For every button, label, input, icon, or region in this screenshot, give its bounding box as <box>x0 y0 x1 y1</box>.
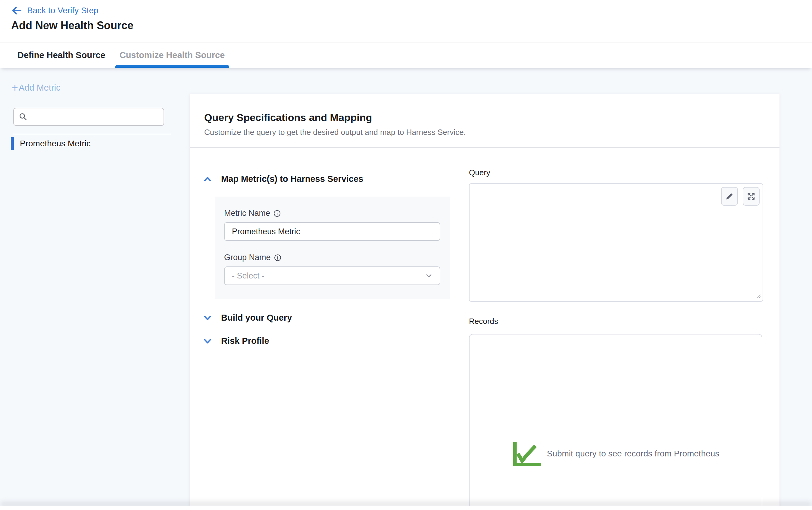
metric-item-label: Prometheus Metric <box>20 139 91 148</box>
tab-customize-health-source[interactable]: Customize Health Source <box>115 42 229 68</box>
sidebar-divider <box>13 134 171 134</box>
tab-bar: Define Health Source Customize Health So… <box>0 42 812 68</box>
group-name-label: Group Name <box>224 253 271 262</box>
content-area: + Add Metric Prometheus Metric Query Spe… <box>0 68 812 510</box>
add-metric-label: Add Metric <box>19 83 61 93</box>
expand-query-button[interactable] <box>743 187 760 206</box>
group-name-label-row: Group Name <box>224 253 450 262</box>
metric-mapping-panel: Metric Name Group Name <box>215 197 450 299</box>
resize-handle-icon[interactable] <box>755 293 761 299</box>
section-map-metrics[interactable]: Map Metric(s) to Harness Services <box>202 174 469 184</box>
group-name-select-value: - Select - <box>232 271 264 280</box>
mapping-column: Map Metric(s) to Harness Services Metric… <box>202 148 469 510</box>
card-body: Map Metric(s) to Harness Services Metric… <box>190 148 780 510</box>
section-map-metrics-label: Map Metric(s) to Harness Services <box>221 174 363 184</box>
expand-icon <box>747 192 756 201</box>
group-name-select[interactable]: - Select - <box>224 266 440 285</box>
back-link-label: Back to Verify Step <box>27 5 98 16</box>
query-specifications-card: Query Specifications and Mapping Customi… <box>190 94 780 510</box>
records-empty-state: Submit query to see records from Prometh… <box>512 441 720 467</box>
records-label: Records <box>469 317 763 326</box>
metric-search-box[interactable] <box>13 108 164 126</box>
selected-indicator-bar <box>11 137 14 150</box>
chevron-up-icon <box>202 175 213 184</box>
metric-search-input[interactable] <box>31 112 158 122</box>
section-risk-profile-label: Risk Profile <box>221 336 269 346</box>
add-metric-button[interactable]: + Add Metric <box>12 83 61 93</box>
metric-name-input[interactable] <box>224 222 440 241</box>
query-column: Query <box>469 148 780 510</box>
records-empty-text: Submit query to see records from Prometh… <box>547 449 720 458</box>
chevron-down-icon <box>202 337 213 346</box>
edit-query-button[interactable] <box>721 187 738 206</box>
app-header: Back to Verify Step Add New Health Sourc… <box>0 0 812 42</box>
card-title: Query Specifications and Mapping <box>204 112 765 123</box>
card-header: Query Specifications and Mapping Customi… <box>190 94 780 148</box>
line-chart-icon <box>512 441 542 467</box>
query-textarea[interactable] <box>469 183 763 302</box>
footer-bar <box>0 506 812 510</box>
query-label: Query <box>469 168 763 177</box>
section-build-query-label: Build your Query <box>221 313 292 323</box>
card-subtitle: Customize the query to get the desired o… <box>204 128 765 137</box>
search-icon <box>19 112 28 121</box>
metric-name-label: Metric Name <box>224 209 270 218</box>
section-build-query[interactable]: Build your Query <box>202 313 469 323</box>
pencil-icon <box>725 192 734 201</box>
back-link[interactable]: Back to Verify Step <box>11 5 98 16</box>
sidebar-item-prometheus-metric[interactable]: Prometheus Metric <box>11 137 179 150</box>
group-name-info-icon[interactable] <box>274 254 282 262</box>
select-chevron-down-icon <box>425 272 433 280</box>
metric-name-label-row: Metric Name <box>224 209 450 218</box>
plus-icon: + <box>12 83 18 92</box>
section-risk-profile[interactable]: Risk Profile <box>202 336 469 346</box>
metric-name-info-icon[interactable] <box>273 210 281 217</box>
tab-define-health-source[interactable]: Define Health Source <box>18 42 106 68</box>
records-panel: Submit query to see records from Prometh… <box>469 334 762 510</box>
page-title: Add New Health Source <box>11 19 134 32</box>
back-arrow-icon <box>11 6 22 15</box>
query-editor <box>469 183 763 302</box>
chevron-down-icon <box>202 313 213 323</box>
query-actions <box>721 187 760 206</box>
metrics-sidebar: + Add Metric Prometheus Metric <box>0 68 190 510</box>
